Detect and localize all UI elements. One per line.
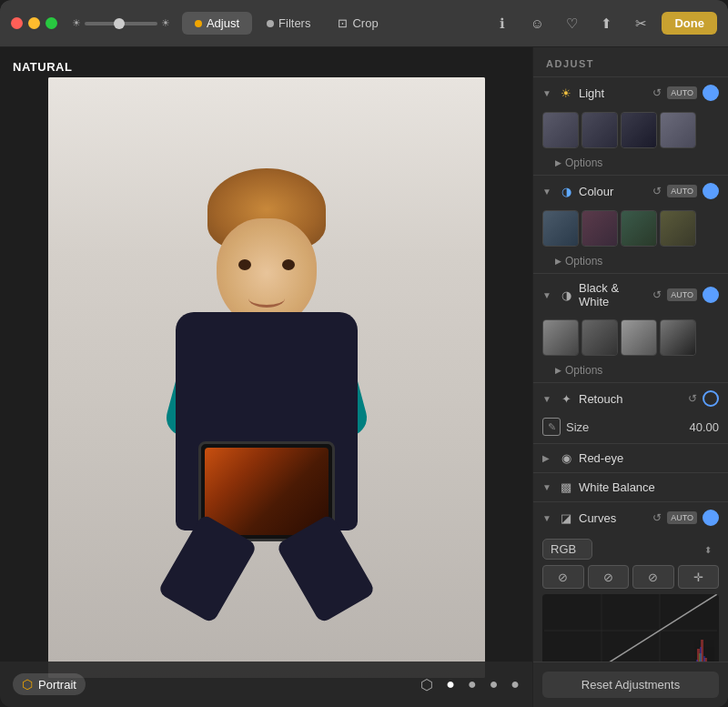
colour-thumb-2[interactable] xyxy=(581,210,618,247)
wb-icon: ▩ xyxy=(559,480,573,494)
bw-reset-icon[interactable]: ↺ xyxy=(652,288,662,301)
close-button[interactable] xyxy=(11,17,23,29)
light-thumb-2[interactable] xyxy=(581,112,618,148)
curves-auto-button[interactable]: AUTO xyxy=(667,511,697,524)
colour-thumb-4[interactable] xyxy=(660,210,696,247)
brightness-slider[interactable] xyxy=(85,22,157,25)
toolbar-center: Adjust Filters ⊡ Crop xyxy=(182,12,391,35)
svg-rect-27 xyxy=(703,656,705,662)
section-light: ▼ ☀ Light ↺ AUTO xyxy=(533,76,728,175)
section-light-header[interactable]: ▼ ☀ Light ↺ AUTO xyxy=(533,77,728,108)
curves-add-point[interactable]: ✛ xyxy=(678,565,720,589)
portrait-badge[interactable]: ⬡ Portrait xyxy=(13,673,86,695)
brightness-slider-thumb xyxy=(114,18,125,29)
curves-svg xyxy=(542,594,719,662)
child-eye-right xyxy=(282,259,295,270)
bw-thumb-3[interactable] xyxy=(621,319,657,356)
curves-eyedropper-white[interactable]: ⊘ xyxy=(632,565,674,589)
dot-4-icon[interactable]: ● xyxy=(511,676,520,692)
light-auto-button[interactable]: AUTO xyxy=(667,86,697,99)
colour-chevron-icon: ▼ xyxy=(542,187,553,197)
filters-tab[interactable]: Filters xyxy=(254,12,323,35)
dot-2-icon[interactable]: ● xyxy=(468,676,477,692)
colour-thumbnails xyxy=(533,207,728,252)
bw-thumb-4[interactable] xyxy=(660,319,696,356)
reset-adjustments-button[interactable]: Reset Adjustments xyxy=(542,672,719,698)
colour-title: Colour xyxy=(579,185,647,198)
child-smile xyxy=(248,289,285,308)
section-wb-header[interactable]: ▼ ▩ White Balance xyxy=(533,473,728,501)
bw-chevron-icon: ▼ xyxy=(542,290,553,300)
curves-actions: ↺ AUTO xyxy=(652,510,719,526)
section-colour: ▼ ◑ Colour ↺ AUTO xyxy=(533,175,728,273)
wb-title: White Balance xyxy=(579,480,719,494)
bw-options-row[interactable]: ▶ Options xyxy=(533,361,728,382)
section-retouch-header[interactable]: ▼ ✦ Retouch ↺ xyxy=(533,383,728,414)
heart-button[interactable]: ♡ xyxy=(558,10,585,37)
redeye-icon: ◉ xyxy=(559,451,573,465)
curves-reset-icon[interactable]: ↺ xyxy=(652,511,662,524)
maximize-button[interactable] xyxy=(46,17,57,29)
curves-eyedropper-black[interactable]: ⊘ xyxy=(542,565,584,589)
info-button[interactable]: ℹ xyxy=(489,10,516,37)
section-redeye-header[interactable]: ▶ ◉ Red-eye xyxy=(533,444,728,472)
light-toggle[interactable] xyxy=(703,85,719,101)
retouch-size-row: ✎ Size 40.00 xyxy=(533,414,728,443)
light-chevron-icon: ▼ xyxy=(542,88,553,98)
smiley-button[interactable]: ☺ xyxy=(523,10,551,37)
section-blackwhite: ▼ ◑ Black & White ↺ AUTO xyxy=(533,273,728,382)
retouch-icon: ✦ xyxy=(559,392,573,406)
bw-auto-button[interactable]: AUTO xyxy=(667,288,697,301)
adjust-tab[interactable]: Adjust xyxy=(182,12,252,35)
child-figure xyxy=(121,168,412,641)
add-point-icon: ✛ xyxy=(693,571,703,584)
channel-select[interactable]: RGB Red Green Blue xyxy=(542,539,592,560)
traffic-lights xyxy=(11,17,57,29)
main-content: NATURAL xyxy=(0,47,728,707)
child-eye-left xyxy=(238,259,251,270)
light-sun-icon: ☀ xyxy=(559,86,573,100)
dot-3-icon[interactable]: ● xyxy=(490,676,499,692)
adjust-scroll[interactable]: ▼ ☀ Light ↺ AUTO xyxy=(533,76,728,662)
curves-graph[interactable] xyxy=(542,594,719,662)
curves-icon: ◪ xyxy=(559,511,573,525)
bw-options-chevron: ▶ xyxy=(555,366,561,375)
curves-eyedropper-gray[interactable]: ⊘ xyxy=(588,565,630,589)
retouch-toggle[interactable] xyxy=(703,390,719,407)
bw-thumb-2[interactable] xyxy=(581,319,618,356)
colour-toggle[interactable] xyxy=(703,183,719,199)
crop-tab[interactable]: ⊡ Crop xyxy=(325,12,390,35)
colour-thumb-3[interactable] xyxy=(621,210,657,247)
section-colour-header[interactable]: ▼ ◑ Colour ↺ AUTO xyxy=(533,176,728,207)
photo-bottom-bar: ⬡ Portrait ⬡ ● ● ● ● xyxy=(0,662,532,707)
minimize-button[interactable] xyxy=(28,17,40,29)
section-bw-header[interactable]: ▼ ◑ Black & White ↺ AUTO xyxy=(533,274,728,316)
colour-auto-button[interactable]: AUTO xyxy=(667,185,697,197)
bw-actions: ↺ AUTO xyxy=(652,287,719,303)
colour-options-row[interactable]: ▶ Options xyxy=(533,252,728,273)
more-button[interactable]: ✂ xyxy=(627,10,654,37)
colour-options-chevron: ▶ xyxy=(555,257,561,266)
wb-chevron-icon: ▼ xyxy=(542,482,553,492)
dot-1-icon[interactable]: ● xyxy=(446,676,455,692)
retouch-reset-icon[interactable]: ↺ xyxy=(688,392,697,405)
effect-icon[interactable]: ⬡ xyxy=(420,676,433,693)
curves-toggle[interactable] xyxy=(703,510,719,526)
light-options-row[interactable]: ▶ Options xyxy=(533,154,728,175)
portrait-icon: ⬡ xyxy=(22,677,33,692)
bw-thumb-1[interactable] xyxy=(542,319,579,356)
bw-toggle[interactable] xyxy=(703,287,719,303)
retouch-title: Retouch xyxy=(579,392,682,406)
sun-large-icon: ☀ xyxy=(161,17,170,29)
light-thumb-3[interactable] xyxy=(621,112,657,148)
colour-reset-icon[interactable]: ↺ xyxy=(652,185,662,197)
light-thumb-4[interactable] xyxy=(660,112,696,148)
light-title: Light xyxy=(579,86,647,100)
section-curves-header[interactable]: ▼ ◪ Curves ↺ AUTO xyxy=(533,502,728,533)
light-thumb-1[interactable] xyxy=(542,112,579,148)
done-button[interactable]: Done xyxy=(662,12,717,35)
crop-label: Crop xyxy=(352,16,378,30)
light-reset-icon[interactable]: ↺ xyxy=(652,86,662,99)
colour-thumb-1[interactable] xyxy=(542,210,579,247)
share-button[interactable]: ⬆ xyxy=(592,10,620,37)
